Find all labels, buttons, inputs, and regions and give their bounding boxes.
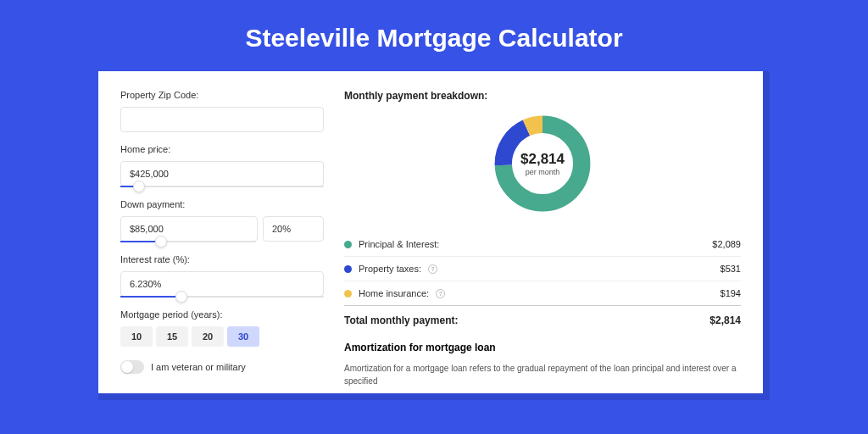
toggle-knob [121, 361, 133, 373]
breakdown-heading: Monthly payment breakdown: [344, 90, 741, 102]
legend-row-principal: Principal & Interest: $2,089 [344, 232, 741, 257]
home-price-label: Home price: [120, 144, 324, 154]
period-btn-10[interactable]: 10 [120, 326, 153, 347]
period-btn-30[interactable]: 30 [227, 326, 259, 347]
donut-chart: $2,814 per month [491, 112, 594, 215]
legend-row-insurance: Home insurance: ? $194 [344, 281, 741, 306]
total-row: Total monthly payment: $2,814 [344, 306, 741, 342]
down-payment-label: Down payment: [120, 199, 324, 209]
interest-rate-group: Interest rate (%): [120, 254, 324, 298]
calculator-card: Property Zip Code: Home price: Down paym… [98, 71, 763, 393]
period-btn-20[interactable]: 20 [192, 326, 224, 347]
legend-label: Home insurance: [359, 288, 429, 298]
legend-value: $531 [721, 264, 741, 274]
home-price-group: Home price: [120, 144, 324, 187]
veteran-toggle-row: I am veteran or military [120, 360, 324, 374]
info-icon[interactable]: ? [436, 289, 445, 298]
period-label: Mortgage period (years): [120, 309, 324, 320]
period-group: Mortgage period (years): 10 15 20 30 [120, 309, 324, 347]
zip-field-group: Property Zip Code: [120, 90, 324, 132]
interest-rate-slider[interactable] [120, 296, 324, 298]
interest-rate-input[interactable] [120, 271, 324, 297]
legend-value: $2,089 [712, 239, 741, 249]
donut-chart-wrap: $2,814 per month [344, 112, 741, 215]
period-button-row: 10 15 20 30 [120, 326, 324, 347]
card-shadow: Property Zip Code: Home price: Down paym… [98, 71, 770, 400]
legend-value: $194 [721, 288, 741, 298]
total-label: Total monthly payment: [344, 314, 458, 326]
total-value: $2,814 [709, 314, 741, 326]
legend-label: Principal & Interest: [359, 239, 439, 249]
form-column: Property Zip Code: Home price: Down paym… [120, 90, 324, 375]
down-payment-input[interactable] [120, 216, 258, 242]
interest-rate-label: Interest rate (%): [120, 254, 324, 264]
home-price-input[interactable] [120, 161, 324, 186]
info-icon[interactable]: ? [428, 264, 437, 274]
dot-icon [344, 241, 352, 248]
slider-thumb[interactable] [175, 291, 187, 303]
zip-label: Property Zip Code: [120, 90, 324, 100]
down-payment-slider[interactable] [120, 241, 256, 242]
veteran-label: I am veteran or military [151, 362, 246, 372]
slider-thumb[interactable] [133, 181, 145, 192]
down-payment-group: Down payment: [120, 199, 324, 242]
home-price-slider[interactable] [120, 186, 324, 187]
period-btn-15[interactable]: 15 [156, 326, 188, 347]
legend-row-taxes: Property taxes: ? $531 [344, 257, 741, 281]
donut-sub: per month [526, 168, 560, 176]
donut-center: $2,814 per month [491, 112, 594, 215]
donut-amount: $2,814 [520, 151, 565, 168]
legend-label: Property taxes: [359, 264, 421, 274]
dot-icon [344, 265, 352, 273]
zip-input[interactable] [120, 107, 324, 132]
veteran-toggle[interactable] [120, 360, 144, 374]
amortization-body: Amortization for a mortgage loan refers … [344, 362, 741, 387]
down-payment-pct-input[interactable] [263, 216, 324, 242]
amortization-heading: Amortization for mortgage loan [344, 342, 741, 353]
breakdown-column: Monthly payment breakdown: $2,814 per mo… [344, 90, 741, 375]
dot-icon [344, 290, 352, 298]
slider-thumb[interactable] [155, 236, 167, 248]
page-title: Steeleville Mortgage Calculator [0, 0, 868, 71]
